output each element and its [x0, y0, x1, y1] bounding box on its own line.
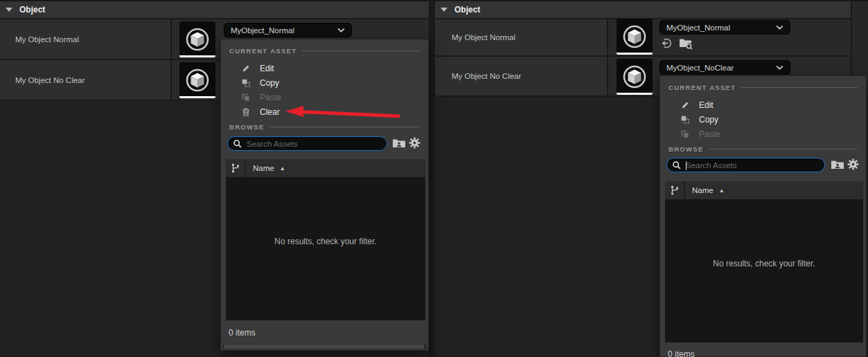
asset-thumbnail-button[interactable]: [617, 19, 653, 55]
gear-icon: [847, 158, 859, 170]
property-label: My Object No Clear: [15, 76, 85, 84]
search-assets-field[interactable]: [666, 158, 825, 172]
search-icon: [672, 161, 682, 170]
section-divider-line: [709, 149, 858, 149]
category-title: Object: [454, 5, 480, 15]
asset-list-header: Name ▲: [226, 159, 425, 177]
section-divider-line: [302, 51, 420, 51]
revision-control-column-header[interactable]: [665, 181, 685, 199]
red-annotation-arrow: [280, 102, 405, 121]
path-picker-folder-button[interactable]: [392, 138, 406, 149]
copy-icon: [680, 114, 691, 125]
name-column-header[interactable]: Name: [246, 164, 274, 172]
search-icon: [233, 139, 242, 149]
trash-icon: [240, 107, 251, 118]
asset-list-header: Name ▲: [665, 181, 863, 199]
combobox-value: MyObject_Normal: [231, 26, 294, 35]
section-divider-line: [270, 127, 420, 127]
chevron-down-icon: [776, 65, 783, 70]
paste-icon: [240, 92, 251, 103]
panel-divider[interactable]: [429, 0, 435, 357]
branch-icon: [231, 163, 240, 174]
column-splitter[interactable]: [170, 19, 172, 100]
details-panel-right: Object My Object Normal My Object No Cle…: [435, 0, 868, 357]
scrollbar-thumb[interactable]: [224, 345, 424, 349]
browse-to-asset-button[interactable]: [679, 37, 693, 50]
view-options-button[interactable]: [409, 137, 420, 149]
sort-ascending-icon: ▲: [280, 165, 285, 172]
branch-icon: [670, 185, 680, 196]
asset-list-body: No results, check your filter.: [665, 199, 863, 342]
asset-picker-dropdown: CURRENT ASSET Edit Copy: [659, 75, 867, 357]
folder-user-icon: [392, 138, 406, 149]
cube-asset-icon: [621, 63, 648, 91]
view-options-button[interactable]: [847, 158, 859, 170]
copy-icon: [240, 77, 251, 89]
menu-item-copy[interactable]: Copy: [221, 75, 428, 90]
property-row-name-cell: My Object No Clear: [0, 60, 170, 100]
cube-asset-icon: [184, 66, 211, 94]
combobox-value: MyObject_Normal: [666, 24, 730, 32]
property-label: My Object No Clear: [452, 72, 521, 80]
menu-item-edit[interactable]: Edit: [221, 61, 428, 75]
property-row-name-cell: My Object No Clear: [435, 57, 607, 95]
menu-item-paste[interactable]: Paste: [660, 127, 866, 141]
browse-section-heading: BROWSE: [221, 122, 428, 131]
section-divider-line: [741, 87, 858, 88]
current-asset-section-heading: CURRENT ASSET: [660, 82, 866, 92]
pencil-icon: [680, 100, 691, 111]
cube-asset-icon: [621, 23, 648, 51]
asset-select-combobox[interactable]: MyObject_Normal: [224, 23, 352, 37]
asset-list-body: No results, check your filter.: [226, 177, 425, 320]
column-splitter[interactable]: [607, 19, 608, 97]
name-column-header[interactable]: Name: [685, 186, 714, 194]
property-label: My Object Normal: [15, 35, 79, 44]
current-asset-section-heading: CURRENT ASSET: [221, 46, 428, 55]
chevron-down-icon: [776, 25, 783, 30]
horizontal-scrollbar[interactable]: [222, 344, 427, 349]
folder-user-icon: [831, 159, 844, 170]
combobox-value: MyObject_NoClear: [666, 64, 734, 72]
asset-picker-dropdown: CURRENT ASSET Edit Copy: [220, 39, 429, 351]
use-selected-asset-button[interactable]: [661, 37, 673, 49]
cube-asset-icon: [184, 26, 211, 53]
browse-section-heading: BROWSE: [660, 144, 866, 154]
chevron-down-icon: [337, 28, 345, 33]
menu-item-copy[interactable]: Copy: [660, 112, 866, 127]
category-header-object[interactable]: Object: [435, 0, 868, 19]
unreal-details-screenshot: Object My Object Normal My Object No Cle…: [0, 0, 868, 357]
gear-icon: [409, 137, 420, 149]
property-row-name-cell: My Object Normal: [0, 19, 170, 59]
search-assets-input[interactable]: [242, 140, 387, 148]
asset-select-combobox[interactable]: MyObject_Normal: [659, 20, 790, 35]
details-panel-left: Object My Object Normal My Object No Cle…: [0, 0, 434, 357]
path-picker-folder-button[interactable]: [831, 159, 844, 170]
empty-results-message: No results, check your filter.: [226, 237, 425, 246]
text-cursor: [686, 161, 687, 170]
search-assets-field[interactable]: [227, 136, 387, 151]
property-row-name-cell: My Object Normal: [435, 19, 607, 55]
item-count-label: 0 items: [229, 328, 256, 338]
category-header-object[interactable]: Object: [0, 0, 434, 19]
circle-arrow-left-icon: [661, 37, 673, 49]
property-label: My Object Normal: [452, 33, 515, 42]
category-title: Object: [19, 5, 45, 15]
revision-control-column-header[interactable]: [226, 159, 246, 177]
expand-arrow-icon: [6, 8, 12, 12]
menu-item-edit[interactable]: Edit: [660, 98, 866, 112]
search-assets-input[interactable]: [682, 161, 824, 170]
sort-ascending-icon: ▲: [719, 187, 725, 194]
asset-thumbnail-button[interactable]: [179, 21, 215, 57]
item-count-label: 0 items: [668, 349, 695, 357]
pencil-icon: [240, 63, 251, 74]
paste-icon: [680, 129, 691, 140]
empty-results-message: No results, check your filter.: [665, 259, 863, 268]
expand-arrow-icon: [441, 8, 448, 12]
asset-thumbnail-button[interactable]: [617, 59, 653, 95]
asset-thumbnail-button[interactable]: [179, 62, 215, 98]
asset-select-combobox[interactable]: MyObject_NoClear: [659, 60, 790, 75]
folder-search-icon: [679, 37, 693, 50]
